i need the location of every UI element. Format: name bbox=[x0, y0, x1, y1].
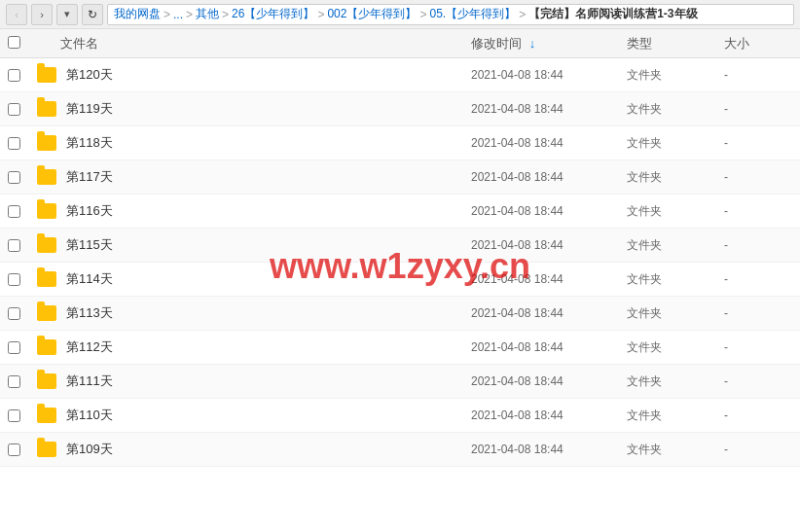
row-name: 第119天 bbox=[60, 100, 471, 118]
row-type: 文件夹 bbox=[627, 339, 724, 356]
table-row[interactable]: 第111天 2021-04-08 18:44 文件夹 - bbox=[0, 365, 800, 399]
row-size: - bbox=[724, 340, 792, 354]
nav-bar: ‹ › ▾ ↻ 我的网盘 > ... > 其他 > 26【少年得到】 > 002… bbox=[0, 0, 800, 29]
row-checkbox-cell bbox=[8, 273, 37, 286]
row-modified: 2021-04-08 18:44 bbox=[471, 238, 627, 252]
row-type: 文件夹 bbox=[627, 135, 724, 152]
table-header: 文件名 修改时间 ↓ 类型 大小 bbox=[0, 29, 800, 58]
row-icon-cell bbox=[37, 237, 60, 253]
table-row[interactable]: 第120天 2021-04-08 18:44 文件夹 - bbox=[0, 58, 800, 92]
row-size: - bbox=[724, 68, 792, 82]
row-name: 第110天 bbox=[60, 407, 471, 424]
row-checkbox-cell bbox=[8, 409, 37, 422]
breadcrumb-05[interactable]: 05.【少年得到】 bbox=[429, 6, 516, 22]
table-row[interactable]: 第116天 2021-04-08 18:44 文件夹 - bbox=[0, 195, 800, 229]
row-name: 第120天 bbox=[60, 66, 471, 84]
table-row[interactable]: 第113天 2021-04-08 18:44 文件夹 - bbox=[0, 297, 800, 331]
row-modified: 2021-04-08 18:44 bbox=[471, 68, 627, 82]
sort-icon: ↓ bbox=[529, 36, 536, 51]
row-checkbox-cell bbox=[8, 171, 37, 184]
row-checkbox[interactable] bbox=[8, 341, 20, 354]
breadcrumb-current: 【完结】名师阅读训练营1-3年级 bbox=[528, 6, 697, 22]
row-checkbox[interactable] bbox=[8, 409, 20, 422]
back-icon: ‹ bbox=[15, 9, 18, 20]
row-checkbox[interactable] bbox=[8, 273, 20, 286]
row-checkbox-cell bbox=[8, 137, 37, 150]
forward-icon: › bbox=[40, 9, 44, 20]
row-checkbox[interactable] bbox=[8, 171, 20, 184]
row-name: 第111天 bbox=[60, 372, 471, 390]
row-modified: 2021-04-08 18:44 bbox=[471, 102, 627, 116]
table-row[interactable]: 第110天 2021-04-08 18:44 文件夹 - bbox=[0, 399, 800, 433]
row-checkbox[interactable] bbox=[8, 137, 20, 150]
table-row[interactable]: 第112天 2021-04-08 18:44 文件夹 - bbox=[0, 331, 800, 365]
row-checkbox[interactable] bbox=[8, 443, 20, 456]
row-modified: 2021-04-08 18:44 bbox=[471, 443, 627, 456]
row-checkbox[interactable] bbox=[8, 307, 20, 320]
row-checkbox-cell bbox=[8, 307, 37, 320]
row-type: 文件夹 bbox=[627, 271, 724, 288]
row-size: - bbox=[724, 238, 792, 252]
breadcrumb-sep-6: > bbox=[519, 8, 526, 21]
folder-icon bbox=[37, 408, 56, 423]
table-row[interactable]: 第119天 2021-04-08 18:44 文件夹 - bbox=[0, 92, 800, 126]
table-row[interactable]: 第114天 2021-04-08 18:44 文件夹 - bbox=[0, 263, 800, 297]
table-row[interactable]: 第115天 2021-04-08 18:44 文件夹 - bbox=[0, 229, 800, 263]
breadcrumb-sep-1: > bbox=[164, 8, 170, 21]
row-modified: 2021-04-08 18:44 bbox=[471, 170, 627, 184]
header-modified[interactable]: 修改时间 ↓ bbox=[471, 35, 627, 53]
row-size: - bbox=[724, 306, 792, 320]
breadcrumb-mydisk[interactable]: 我的网盘 bbox=[114, 6, 161, 22]
refresh-button[interactable]: ↻ bbox=[82, 4, 103, 25]
select-all-checkbox[interactable] bbox=[8, 36, 20, 49]
row-icon-cell bbox=[37, 305, 60, 321]
row-name: 第116天 bbox=[60, 202, 471, 220]
dropdown-icon: ▾ bbox=[64, 8, 70, 20]
folder-icon bbox=[37, 169, 56, 185]
breadcrumb-other[interactable]: 其他 bbox=[196, 6, 219, 22]
row-name: 第114天 bbox=[60, 270, 471, 288]
row-type: 文件夹 bbox=[627, 169, 724, 186]
breadcrumb-26[interactable]: 26【少年得到】 bbox=[232, 6, 314, 22]
file-list: 第120天 2021-04-08 18:44 文件夹 - 第119天 2021-… bbox=[0, 58, 800, 532]
dropdown-button[interactable]: ▾ bbox=[56, 4, 78, 25]
row-size: - bbox=[724, 170, 792, 184]
row-checkbox[interactable] bbox=[8, 239, 20, 252]
row-checkbox-cell bbox=[8, 375, 37, 388]
breadcrumb-sep-4: > bbox=[317, 8, 324, 21]
folder-icon bbox=[37, 373, 56, 389]
header-type[interactable]: 类型 bbox=[627, 35, 724, 53]
breadcrumb-sep-2: > bbox=[186, 8, 193, 21]
breadcrumb-002[interactable]: 002【少年得到】 bbox=[327, 6, 417, 22]
folder-icon bbox=[37, 339, 56, 355]
back-button[interactable]: ‹ bbox=[6, 4, 27, 25]
row-icon-cell bbox=[37, 408, 60, 423]
row-icon-cell bbox=[37, 271, 60, 287]
header-name[interactable]: 文件名 bbox=[60, 35, 471, 53]
row-checkbox[interactable] bbox=[8, 375, 20, 388]
row-modified: 2021-04-08 18:44 bbox=[471, 136, 627, 150]
row-checkbox[interactable] bbox=[8, 69, 20, 82]
row-size: - bbox=[724, 204, 792, 218]
row-size: - bbox=[724, 136, 792, 150]
header-size[interactable]: 大小 bbox=[724, 35, 792, 53]
row-icon-cell bbox=[37, 169, 60, 185]
row-checkbox-cell bbox=[8, 341, 37, 354]
forward-button[interactable]: › bbox=[31, 4, 53, 25]
row-size: - bbox=[724, 443, 792, 456]
row-name: 第112天 bbox=[60, 338, 471, 356]
row-name: 第115天 bbox=[60, 236, 471, 254]
table-row[interactable]: 第109天 2021-04-08 18:44 文件夹 - bbox=[0, 433, 800, 467]
row-name: 第113天 bbox=[60, 304, 471, 322]
row-checkbox[interactable] bbox=[8, 103, 20, 116]
row-checkbox-cell bbox=[8, 239, 37, 252]
row-checkbox[interactable] bbox=[8, 205, 20, 218]
breadcrumb-sep-5: > bbox=[419, 8, 426, 21]
row-size: - bbox=[724, 408, 792, 422]
table-row[interactable]: 第117天 2021-04-08 18:44 文件夹 - bbox=[0, 160, 800, 195]
row-name: 第109天 bbox=[60, 441, 471, 458]
breadcrumb-ellipsis[interactable]: ... bbox=[173, 8, 183, 21]
table-row[interactable]: 第118天 2021-04-08 18:44 文件夹 - bbox=[0, 126, 800, 160]
breadcrumb-sep-3: > bbox=[222, 8, 229, 21]
row-icon-cell bbox=[37, 203, 60, 219]
